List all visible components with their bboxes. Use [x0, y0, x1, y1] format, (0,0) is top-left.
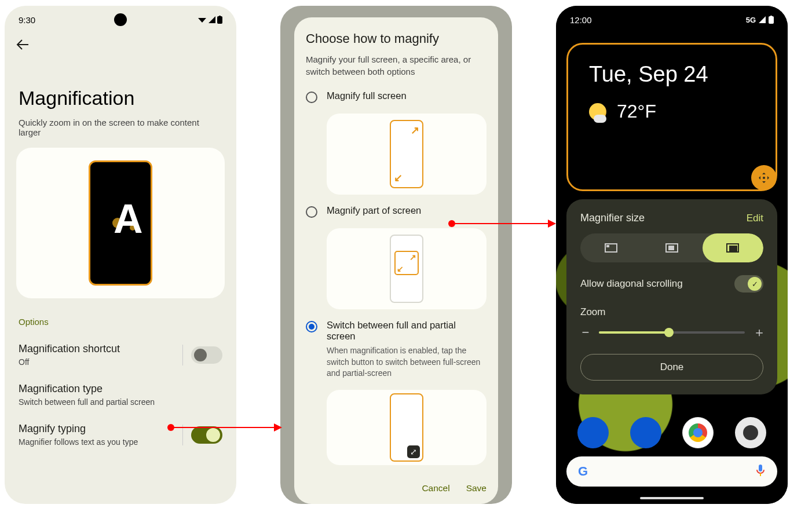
option-part-screen[interactable]: Magnify part of screen — [306, 205, 487, 218]
wifi-icon — [197, 16, 207, 24]
slider-thumb[interactable] — [664, 328, 674, 337]
dialog-actions: Cancel Save — [306, 483, 487, 494]
typing-toggle[interactable] — [191, 426, 222, 444]
svg-rect-0 — [217, 16, 222, 24]
row-label: Magnification type — [19, 383, 155, 395]
option-label: Magnify part of screen — [327, 205, 487, 216]
magnifier-settings-panel: Magnifier size Edit Allow diagonal scrol… — [566, 199, 777, 394]
row-sublabel: Switch between full and partial screen — [19, 397, 155, 407]
option-label: Magnify full screen — [327, 90, 487, 101]
annotation-arrow-1 — [171, 427, 281, 428]
shortcut-toggle[interactable] — [191, 346, 222, 364]
size-medium[interactable] — [641, 233, 702, 262]
preview-part-screen: ↗↙ — [327, 228, 487, 309]
dialog-sheet: Choose how to magnify Magnify your full … — [294, 17, 498, 504]
dialog-title: Choose how to magnify — [306, 31, 487, 46]
size-large[interactable] — [703, 233, 763, 262]
switch-badge-icon: ⤢ — [407, 445, 420, 458]
annotation-arrow-2 — [452, 223, 555, 224]
magnification-illustration: A — [16, 148, 225, 298]
options-header: Options — [5, 309, 236, 335]
diagonal-scroll-toggle[interactable]: ✓ — [734, 275, 763, 293]
zoom-slider[interactable] — [599, 331, 745, 334]
svg-rect-5 — [759, 465, 762, 471]
row-magnify-typing[interactable]: Magnify typing Magnifier follows text as… — [5, 415, 236, 455]
arrow-left-icon — [16, 39, 29, 50]
svg-rect-1 — [219, 16, 221, 17]
panel-title: Magnifier size — [580, 212, 645, 224]
pan-icon — [758, 171, 770, 184]
row-magnification-type[interactable]: Magnification type Switch between full a… — [5, 375, 236, 415]
row-label: Magnify typing — [19, 423, 138, 435]
dock — [556, 417, 788, 448]
battery-icon — [769, 16, 774, 24]
widget-date: Tue, Sep 24 — [589, 62, 755, 87]
messages-app-icon[interactable] — [630, 417, 661, 448]
phone-app-icon[interactable] — [577, 417, 609, 448]
row-sublabel: Off — [19, 357, 120, 367]
widget-weather: 72°F — [589, 101, 755, 122]
option-full-screen[interactable]: Magnify full screen — [306, 90, 487, 103]
status-icons — [197, 16, 222, 24]
signal-icon — [758, 16, 766, 24]
device-switch-icon: ⤢ — [390, 393, 423, 462]
home-magnifier-active-screen: 12:00 5G Tue, Sep 24 72°F Magnifier size… — [556, 6, 788, 504]
camera-app-icon[interactable] — [735, 417, 766, 448]
radio-icon — [306, 92, 317, 103]
cancel-button[interactable]: Cancel — [422, 483, 449, 494]
edit-button[interactable]: Edit — [747, 213, 763, 224]
svg-rect-2 — [769, 16, 774, 24]
size-small-icon — [605, 243, 617, 253]
preview-full-screen: ↗↙ — [327, 114, 487, 195]
device-full-icon: ↗↙ — [390, 120, 423, 188]
status-bar: 12:00 5G — [556, 6, 788, 34]
diagonal-scroll-label: Allow diagonal scrolling — [580, 278, 683, 290]
camera-cutout-icon — [114, 13, 127, 26]
signal-icon — [208, 16, 216, 24]
device-partial-icon: ↗↙ — [390, 235, 423, 303]
magnify-type-dialog-screen: Choose how to magnify Magnify your full … — [280, 6, 512, 504]
magnifier-drag-handle[interactable] — [751, 165, 777, 191]
status-icons: 5G — [746, 16, 774, 24]
magnifier-viewport[interactable]: Tue, Sep 24 72°F — [566, 43, 777, 191]
done-button[interactable]: Done — [580, 354, 763, 381]
gesture-hint-bar[interactable] — [640, 497, 704, 499]
row-magnification-shortcut[interactable]: Magnification shortcut Off — [5, 335, 236, 375]
option-label: Switch between full and partial screen — [327, 320, 487, 342]
status-bar: 9:30 — [5, 6, 236, 34]
size-large-icon — [726, 243, 739, 253]
clock: 12:00 — [570, 15, 592, 25]
widget-temp: 72°F — [617, 101, 656, 122]
zoom-slider-row: − ＋ — [580, 324, 763, 341]
back-button[interactable] — [5, 34, 236, 58]
divider — [182, 345, 183, 365]
radio-icon — [306, 206, 317, 218]
chrome-app-icon[interactable] — [682, 417, 714, 448]
zoom-label: Zoom — [580, 306, 763, 318]
network-label: 5G — [746, 16, 756, 24]
zoom-in-button[interactable]: ＋ — [753, 324, 763, 341]
settings-magnification-screen: 9:30 Magnification Quickly zoom in on th… — [5, 6, 236, 504]
battery-icon — [217, 16, 222, 24]
preview-switch: ⤢ — [327, 390, 487, 465]
save-button[interactable]: Save — [466, 483, 487, 494]
zoom-out-button[interactable]: − — [580, 325, 591, 340]
clock: 9:30 — [19, 15, 35, 25]
size-segmented-control — [580, 233, 763, 262]
google-logo-icon: G — [578, 464, 588, 479]
page-subtitle: Quickly zoom in on the screen to make co… — [5, 118, 236, 148]
check-icon: ✓ — [748, 277, 762, 291]
page-title: Magnification — [5, 58, 236, 118]
option-switch[interactable]: Switch between full and partial screen W… — [306, 320, 487, 379]
search-bar[interactable]: G — [566, 456, 777, 487]
radio-checked-icon — [306, 321, 317, 332]
device-preview-icon: A — [89, 160, 152, 286]
dialog-subtitle: Magnify your full screen, a specific are… — [306, 53, 487, 78]
size-small[interactable] — [580, 233, 641, 262]
mic-icon[interactable] — [755, 464, 766, 479]
row-label: Magnification shortcut — [19, 343, 120, 355]
row-sublabel: Magnifier follows text as you type — [19, 437, 138, 447]
size-medium-icon — [665, 243, 678, 253]
option-description: When magnification is enabled, tap the s… — [327, 345, 487, 379]
svg-rect-3 — [770, 16, 772, 17]
